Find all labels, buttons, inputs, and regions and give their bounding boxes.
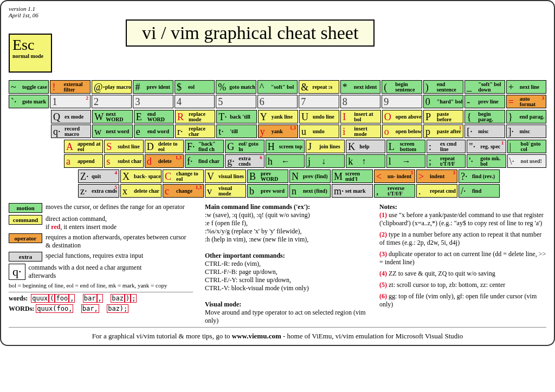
- key-X: Xback- space: [120, 169, 162, 183]
- key->: >indent3: [416, 169, 457, 183]
- key-'·: '·goto mk. bol: [467, 154, 506, 168]
- key-W: Wnext WORD: [92, 110, 132, 123]
- key-d: ddelete1,3: [145, 154, 184, 168]
- key-M: Mscreen mid'l: [332, 169, 373, 183]
- key-(: (begin sentence: [382, 80, 422, 94]
- key-%: %goto match: [216, 80, 256, 94]
- key-{: {begin parag.: [464, 110, 505, 123]
- key-x: xdelete char: [120, 184, 162, 198]
- key-`·: `·goto mark: [9, 95, 49, 108]
- key-C: Cchange to eol: [163, 169, 204, 183]
- key-?·: ?·find (rev.): [459, 169, 500, 183]
- key-z·: z·extra cmds5: [78, 184, 119, 198]
- key-|: |bol/ goto col: [507, 140, 546, 153]
- key-c: cchange1,3: [163, 184, 204, 198]
- key-0: 0"hard" bol: [423, 95, 463, 108]
- key-w: wnext word: [92, 125, 132, 138]
- key-"·: "·reg. spec1: [467, 140, 506, 153]
- key-s: ssubst char: [104, 154, 143, 168]
- key-h: h←: [266, 154, 305, 168]
- key-A: Aappend at eol: [64, 140, 103, 153]
- key-!: !external filter: [50, 80, 90, 94]
- key-;: ;repeat t/T/f/F: [427, 154, 466, 168]
- key-=: =auto format3: [506, 95, 546, 108]
- key-a: aappend: [64, 154, 103, 168]
- key-S: Ssubst line: [104, 140, 143, 153]
- key-2: 2: [92, 95, 132, 108]
- key-T·: T·back 'till: [216, 110, 256, 123]
- key-e: eend word: [134, 125, 174, 138]
- key-8: 8: [340, 95, 380, 108]
- key-k: k↑: [346, 154, 385, 168]
- key-4: 4: [175, 95, 215, 108]
- legend-column: motionmoves the cursor, or defines the r…: [9, 203, 193, 325]
- key-}: }end parag.: [506, 110, 546, 123]
- key-j: j↓: [306, 154, 345, 168]
- version-block: version 1.1 April 1st, 06: [9, 5, 546, 18]
- key-7: 7: [299, 95, 339, 108]
- key-/·: /·find: [459, 184, 500, 198]
- key-9: 9: [382, 95, 422, 108]
- key-F·: F·"back" find ch: [185, 140, 224, 153]
- key-J: Jjoin lines: [306, 140, 345, 153]
- key-<: <un- indent3: [374, 169, 415, 183]
- key-D: Ddelete to eol: [145, 140, 184, 153]
- key-&: &repeat :s: [299, 80, 339, 94]
- page-title: vi / vim graphical cheat sheet: [126, 19, 375, 47]
- key-g·: g·extra cmds6: [225, 154, 264, 168]
- key-:: :ex cmd line: [427, 140, 466, 153]
- legend-command: command: [9, 215, 42, 225]
- key-N: Nprev (find): [289, 169, 331, 183]
- legend-qdot: q·: [9, 264, 25, 280]
- key-~: ~toggle case: [9, 80, 49, 94]
- key-1: 12: [50, 95, 90, 108]
- key-_: _"soft" bol down: [464, 80, 505, 94]
- key-*: *next ident: [340, 80, 380, 94]
- key-$: $eol: [175, 80, 215, 94]
- key-R: Rreplace mode: [175, 110, 215, 123]
- key-5: 5: [216, 95, 256, 108]
- notes-column: Notes: (1) use "x before a yank/paste/de…: [379, 203, 546, 325]
- key-B: Bprev WORD: [247, 169, 288, 183]
- key-P: Ppaste before: [423, 110, 463, 123]
- key-o: oopen below: [382, 125, 422, 138]
- key-3: 3: [133, 95, 173, 108]
- legend-operator: operator: [9, 233, 42, 243]
- legend-motion: motion: [9, 203, 42, 213]
- key--: -prev line: [464, 95, 505, 108]
- key-^: ^"soft" bol: [257, 80, 298, 94]
- key-,: ,reverse t/T/f/F: [374, 184, 415, 198]
- key-v: vvisual mode: [205, 184, 246, 198]
- legend-extra: extra: [9, 252, 42, 262]
- key-p: ppaste after1: [423, 125, 463, 138]
- key-I: Iinsert at bol: [340, 110, 380, 123]
- key-f·: f·find char: [185, 154, 224, 168]
- keyboard-grid: ~toggle case`·goto mark!external filter1…: [9, 80, 546, 198]
- esc-key: Esc normal mode: [9, 34, 52, 73]
- key-\·: \·not used!: [507, 154, 546, 168]
- key-r·: r·replace char: [175, 125, 215, 138]
- key-b: bprev word: [247, 184, 288, 198]
- key-[·: [·misc: [464, 125, 505, 138]
- key-+: +next line: [506, 80, 546, 94]
- key-G: Geof/ goto ln: [225, 140, 264, 153]
- key-.: .repeat cmd: [416, 184, 457, 198]
- footer: For a graphical vi/vim tutorial & more t…: [9, 332, 546, 341]
- key-H: Hscreen top: [266, 140, 305, 153]
- key-K: Khelp: [346, 140, 385, 153]
- key-U: Uundo line: [299, 110, 339, 123]
- key-t·: t·'till: [216, 125, 256, 138]
- key-O: Oopen above: [382, 110, 422, 123]
- key-]·: ]·misc: [506, 125, 546, 138]
- key-V: Vvisual lines: [205, 169, 246, 183]
- key-6: 6: [257, 95, 298, 108]
- key-q·: q·record macro: [51, 125, 91, 138]
- key-m·: m·set mark: [332, 184, 373, 198]
- key-y: yyank1,3: [258, 125, 298, 138]
- key-@·: @·play macro: [92, 80, 132, 94]
- key-Z·: Z·quit4: [78, 169, 119, 183]
- key-i: iinsert mode: [340, 125, 380, 138]
- key-L: Lscreen bottom: [386, 140, 425, 153]
- key-l: l→: [386, 154, 425, 168]
- key-u: uundo: [299, 125, 339, 138]
